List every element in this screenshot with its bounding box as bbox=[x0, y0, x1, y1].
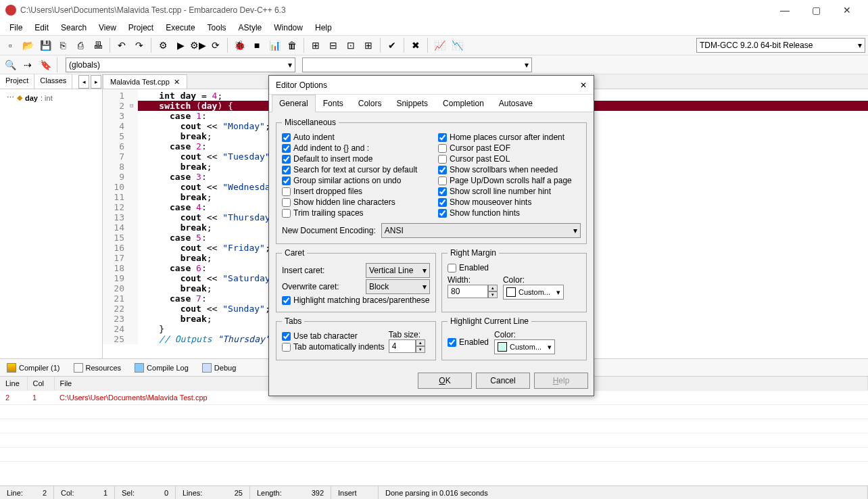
misc-right-check-5[interactable]: Show scroll line number hint bbox=[438, 187, 581, 196]
hlline-color-select[interactable]: Custom...▾ bbox=[494, 339, 555, 354]
globals-select[interactable]: (globals)▾ bbox=[66, 57, 295, 72]
help-button[interactable]: Help bbox=[534, 373, 588, 389]
rebuild-icon[interactable]: ⟳ bbox=[208, 38, 223, 53]
misc-left-check-5[interactable]: Insert dropped files bbox=[282, 187, 425, 196]
toolbar: ▫ 📂 💾 ⎘ ⎙ 🖶 ↶ ↷ ⚙ ▶ ⚙▶ ⟳ 🐞 ■ 📊 🗑 ⊞ ⊟ ⊡ ⊞… bbox=[0, 35, 868, 55]
misc-left-check-7[interactable]: Trim trailing spaces bbox=[282, 208, 425, 218]
menu-execute[interactable]: Execute bbox=[160, 22, 200, 34]
saveall-icon[interactable]: ⎘ bbox=[55, 38, 70, 53]
dialog-close-icon[interactable]: ✕ bbox=[580, 80, 587, 90]
misc-left-check-3[interactable]: Search for text at cursor by default bbox=[282, 165, 425, 174]
grid3-icon[interactable]: ⊡ bbox=[343, 38, 358, 53]
compiler-select[interactable]: TDM-GCC 9.2.0 64-bit Release▾ bbox=[696, 38, 865, 53]
grid1-icon[interactable]: ⊞ bbox=[308, 38, 323, 53]
hlline-enabled-check[interactable]: Enabled bbox=[448, 331, 489, 353]
menu-window[interactable]: Window bbox=[268, 22, 308, 34]
run-icon[interactable]: ▶ bbox=[173, 38, 188, 53]
overwrite-caret-select[interactable]: Block▾ bbox=[366, 279, 430, 294]
menu-astyle[interactable]: AStyle bbox=[233, 22, 268, 34]
grid2-icon[interactable]: ⊟ bbox=[326, 38, 341, 53]
btab-compiler[interactable]: Compiler (1) bbox=[3, 361, 64, 375]
misc-right-check-0[interactable]: Home places cursor after indent bbox=[438, 133, 581, 142]
bookmark-icon[interactable]: 🔖 bbox=[38, 57, 53, 72]
rmargin-width-input[interactable]: 80 bbox=[448, 285, 488, 298]
insert-caret-select[interactable]: Vertical Line▾ bbox=[366, 263, 430, 278]
menu-help[interactable]: Help bbox=[310, 22, 337, 34]
misc-left-check-1[interactable]: Add indent to {} and : bbox=[282, 143, 425, 153]
ok-button[interactable]: OK bbox=[418, 373, 472, 389]
misc-right-check-1[interactable]: Cursor past EOF bbox=[438, 143, 581, 153]
tab-auto-check[interactable]: Tab automatically indents bbox=[282, 342, 385, 352]
misc-left-check-0[interactable]: Auto indent bbox=[282, 133, 425, 142]
menu-search[interactable]: Search bbox=[55, 22, 92, 34]
profile-icon[interactable]: 📊 bbox=[267, 38, 282, 53]
editor-tab[interactable]: Malavida Test.cpp ✕ bbox=[103, 74, 187, 89]
sidetab-project[interactable]: Project bbox=[0, 74, 34, 89]
find-icon[interactable]: 🔍 bbox=[3, 57, 18, 72]
close-button[interactable]: ✕ bbox=[831, 0, 863, 20]
debug-icon[interactable]: 🐞 bbox=[232, 38, 247, 53]
width-spinner[interactable]: ▴▾ bbox=[488, 285, 498, 298]
btab-compilelog[interactable]: Compile Log bbox=[130, 361, 193, 375]
dlgtab-general[interactable]: General bbox=[272, 95, 316, 112]
fold-icon[interactable]: ⊟ bbox=[130, 101, 138, 111]
dlgtab-autosave[interactable]: Autosave bbox=[491, 95, 540, 112]
save-icon[interactable]: 💾 bbox=[38, 38, 53, 53]
misc-left-check-6[interactable]: Show hidden line characters bbox=[282, 197, 425, 207]
dlgtab-colors[interactable]: Colors bbox=[351, 95, 389, 112]
minimize-button[interactable]: — bbox=[769, 0, 800, 20]
misc-right-check-6[interactable]: Show mouseover hints bbox=[438, 197, 581, 207]
rmargin-group: Right Margin Enabled Width: 80▴▾ Color: … bbox=[441, 248, 587, 312]
chart1-icon[interactable]: 📈 bbox=[432, 38, 447, 53]
redo-icon[interactable]: ↷ bbox=[132, 38, 147, 53]
btab-debug[interactable]: Debug bbox=[198, 361, 240, 375]
encoding-select[interactable]: ANSI▾ bbox=[381, 223, 581, 238]
menu-project[interactable]: Project bbox=[123, 22, 159, 34]
trash-icon[interactable]: 🗑 bbox=[285, 38, 299, 53]
dlgtab-fonts[interactable]: Fonts bbox=[316, 95, 351, 112]
compile-icon[interactable]: ⚙ bbox=[155, 38, 170, 53]
grid4-icon[interactable]: ⊞ bbox=[361, 38, 376, 53]
new-icon[interactable]: ▫ bbox=[3, 38, 18, 53]
tab-size-input[interactable]: 4 bbox=[389, 339, 416, 353]
rmargin-enabled-check[interactable]: Enabled bbox=[448, 263, 581, 272]
dialog-title: Editor Options bbox=[276, 80, 327, 90]
col-col[interactable]: Col bbox=[27, 377, 54, 391]
col-line[interactable]: Line bbox=[0, 377, 27, 391]
misc-left-check-4[interactable]: Group similar actions on undo bbox=[282, 176, 425, 185]
compilerun-icon[interactable]: ⚙▶ bbox=[191, 38, 206, 53]
tabsize-spinner[interactable]: ▴▾ bbox=[416, 339, 425, 353]
saveas-icon[interactable]: ⎙ bbox=[73, 38, 88, 53]
rmargin-color-select[interactable]: Custom...▾ bbox=[503, 285, 564, 300]
menu-file[interactable]: File bbox=[4, 22, 28, 34]
sidetab-classes[interactable]: Classes bbox=[34, 74, 72, 89]
dlgtab-snippets[interactable]: Snippets bbox=[389, 95, 435, 112]
check-icon[interactable]: ✔ bbox=[385, 38, 400, 53]
misc-right-check-4[interactable]: Page Up/Down scrolls half a page bbox=[438, 176, 581, 185]
stop-icon[interactable]: ■ bbox=[249, 38, 264, 53]
nav-right-icon[interactable]: ▸ bbox=[91, 75, 101, 89]
nav-left-icon[interactable]: ◂ bbox=[78, 75, 89, 89]
goto-icon[interactable]: ⇢ bbox=[20, 57, 35, 72]
menu-tools[interactable]: Tools bbox=[202, 22, 232, 34]
misc-right-check-3[interactable]: Show scrollbars when needed bbox=[438, 165, 581, 174]
open-icon[interactable]: 📂 bbox=[20, 38, 35, 53]
use-tab-check[interactable]: Use tab character bbox=[282, 331, 385, 341]
tab-close-icon[interactable]: ✕ bbox=[174, 78, 180, 87]
misc-right-check-2[interactable]: Cursor past EOL bbox=[438, 154, 581, 164]
undo-icon[interactable]: ↶ bbox=[114, 38, 129, 53]
cancel-icon[interactable]: ✖ bbox=[408, 38, 423, 53]
members-select[interactable]: ▾ bbox=[302, 57, 532, 72]
misc-right-check-7[interactable]: Show function hints bbox=[438, 208, 581, 218]
btab-resources[interactable]: Resources bbox=[70, 361, 126, 375]
menu-edit[interactable]: Edit bbox=[29, 22, 54, 34]
dlgtab-completion[interactable]: Completion bbox=[435, 95, 491, 112]
tree-item[interactable]: ⋯ ◆ day : int bbox=[7, 93, 95, 102]
print-icon[interactable]: 🖶 bbox=[91, 38, 105, 53]
maximize-button[interactable]: ▢ bbox=[800, 0, 831, 20]
misc-left-check-2[interactable]: Default to insert mode bbox=[282, 154, 425, 164]
chart2-icon[interactable]: 📉 bbox=[450, 38, 464, 53]
cancel-button[interactable]: Cancel bbox=[476, 373, 530, 389]
menu-view[interactable]: View bbox=[93, 22, 122, 34]
highlight-braces-check[interactable]: Highlight matching braces/parenthese bbox=[282, 295, 430, 305]
